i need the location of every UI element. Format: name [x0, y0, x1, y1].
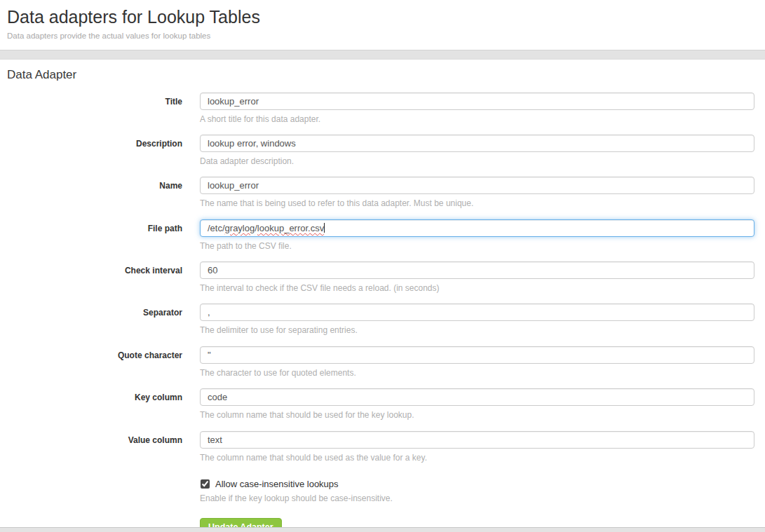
key-column-input[interactable] — [200, 388, 754, 406]
form-group-check-interval: Check intervalThe interval to check if t… — [7, 261, 754, 293]
header-divider-bar — [0, 50, 765, 60]
case-insensitive-row[interactable]: Allow case-insensitive lookups — [200, 479, 754, 489]
separator-input[interactable] — [200, 303, 754, 321]
page-subtitle: Data adapters provide the actual values … — [7, 32, 758, 40]
key-column-label: Key column — [7, 388, 182, 420]
description-help: Data adapter description. — [200, 156, 754, 166]
name-label: Name — [7, 177, 182, 208]
page-title: Data adapters for Lookup Tables — [7, 8, 758, 27]
check-interval-help: The interval to check if the CSV file ne… — [200, 283, 754, 293]
value-column-label: Value column — [7, 431, 182, 463]
title-input[interactable] — [200, 93, 754, 110]
value-column-input[interactable] — [200, 431, 754, 449]
form-group-key-column: Key columnThe column name that should be… — [7, 388, 754, 420]
name-help: The name that is being used to refer to … — [200, 198, 754, 208]
form-group-case-insensitive: Allow case-insensitive lookups Enable if… — [7, 479, 754, 503]
title-help: A short title for this data adapter. — [200, 114, 754, 124]
check-interval-input[interactable] — [200, 261, 754, 279]
title-label: Title — [7, 93, 182, 124]
form-group-file-path: File path/etc/graylog/lookup_error.csvTh… — [7, 219, 754, 251]
description-input[interactable] — [200, 135, 754, 152]
case-insensitive-checkbox[interactable] — [201, 479, 210, 489]
file-path-input[interactable]: /etc/graylog/lookup_error.csv — [200, 219, 754, 237]
content-area: Data Adapter TitleA short title for this… — [0, 60, 765, 532]
key-column-help: The column name that should be used for … — [200, 410, 754, 420]
file-path-label: File path — [7, 219, 182, 251]
form-group-value-column: Value columnThe column name that should … — [7, 431, 754, 463]
data-adapter-form: TitleA short title for this data adapter… — [7, 93, 754, 532]
file-path-help: The path to the CSV file. — [200, 241, 754, 251]
form-group-quote-character: Quote characterThe character to use for … — [7, 346, 754, 378]
form-fields: TitleA short title for this data adapter… — [7, 93, 754, 463]
quote-character-label: Quote character — [7, 346, 182, 378]
name-input[interactable] — [200, 177, 754, 194]
quote-character-help: The character to use for quoted elements… — [200, 368, 754, 378]
case-insensitive-label: Allow case-insensitive lookups — [215, 479, 339, 489]
form-group-description: DescriptionData adapter description. — [7, 135, 754, 166]
footer-divider-bar — [0, 527, 765, 532]
separator-label: Separator — [7, 303, 182, 335]
quote-character-input[interactable] — [200, 346, 754, 364]
text-caret — [324, 223, 325, 233]
case-insensitive-help: Enable if the key lookup should be case-… — [200, 493, 754, 503]
form-group-title: TitleA short title for this data adapter… — [7, 93, 754, 124]
form-group-separator: SeparatorThe delimiter to use for separa… — [7, 303, 754, 335]
value-column-help: The column name that should be used as t… — [200, 453, 754, 463]
section-title: Data Adapter — [7, 68, 754, 82]
description-label: Description — [7, 135, 182, 166]
check-interval-label: Check interval — [7, 261, 182, 293]
page-header: Data adapters for Lookup Tables Data ada… — [0, 0, 765, 40]
separator-help: The delimiter to use for separating entr… — [200, 325, 754, 335]
form-group-name: NameThe name that is being used to refer… — [7, 177, 754, 208]
